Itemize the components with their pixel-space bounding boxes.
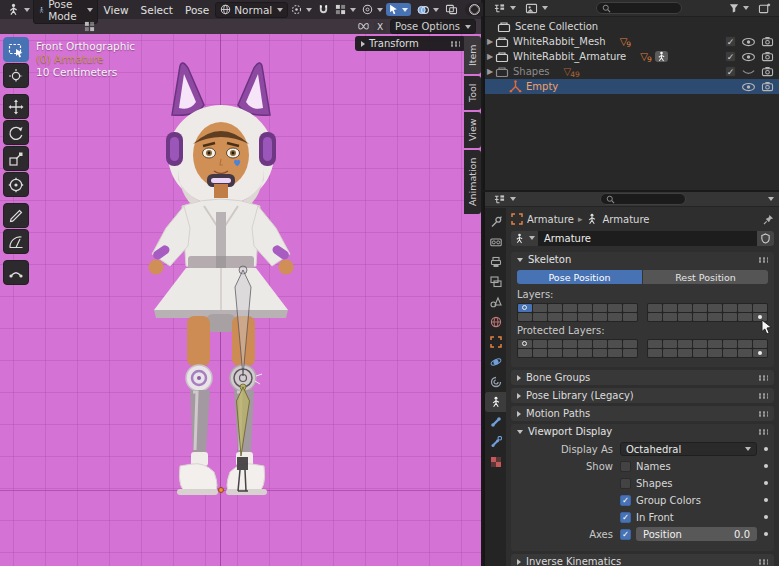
animate-dot[interactable] [764,447,768,451]
editor-type-button[interactable] [4,2,33,17]
tab-view-layer-props[interactable] [485,272,506,292]
rest-position-button[interactable]: Rest Position [643,270,768,284]
tool-cursor[interactable] [3,63,29,88]
properties-options-chevron[interactable] [768,197,774,201]
tab-item[interactable]: Item [464,36,481,74]
new-collection-button[interactable] [755,2,774,15]
menu-pose[interactable]: Pose [179,4,215,16]
menu-view[interactable]: View [98,4,135,16]
axes-position-slider[interactable]: Position 0.0 [636,527,757,541]
motion-paths-section[interactable]: Motion Paths [511,406,774,421]
eye-icon[interactable] [741,52,756,62]
tab-scene-props[interactable] [485,292,506,312]
group-colors-checkbox[interactable]: ✓ [620,495,631,506]
mirror-x-toggle[interactable]: X [374,22,386,32]
outliner-filter-dropdown[interactable] [726,2,752,14]
axes-checkbox[interactable]: ✓ [620,529,631,540]
tab-tool-props[interactable] [485,212,506,232]
tool-move[interactable] [3,94,29,119]
xray-toggle[interactable] [442,3,461,16]
skeleton-panel-header[interactable]: Skeleton [511,252,774,267]
outliner-row-shapes[interactable]: ▶ Shapes ▽49 ✓ [485,64,779,79]
animate-dot[interactable] [764,498,768,502]
animate-dot[interactable] [764,515,768,519]
tab-bone-props[interactable] [485,412,506,432]
transform-panel-header[interactable]: Transform [355,36,466,51]
proportional-edit-dropdown[interactable] [359,3,386,16]
shading-wireframe-icon[interactable] [469,4,480,15]
tab-output-props[interactable] [485,252,506,272]
collection-checkbox[interactable]: ✓ [725,36,736,47]
expand-icon[interactable]: ▶ [485,37,495,46]
snap-toggle[interactable] [315,3,332,16]
pivot-point-dropdown[interactable] [288,3,315,16]
animate-dot[interactable] [764,532,768,536]
names-checkbox[interactable] [620,461,631,472]
mirror-icon[interactable] [357,21,370,32]
show-gizmo-toggle[interactable] [386,3,411,16]
viewport-canvas[interactable]: Front Orthographic (0) Armature 10 Centi… [0,34,481,566]
menu-select[interactable]: Select [135,4,179,16]
animate-dot[interactable] [764,464,768,468]
eye-closed-icon[interactable] [741,67,756,77]
display-as-dropdown[interactable]: Octahedral [620,442,757,456]
tool-fallback-icon[interactable] [81,20,98,33]
tool-annotate[interactable] [3,203,29,228]
outliner-row-whiterabbit-mesh[interactable]: ▶ WhiteRabbit_Mesh ▽9 ✓ [485,34,779,49]
tab-object-data-props[interactable] [485,392,506,412]
camera-icon[interactable] [761,81,774,92]
fake-user-button[interactable] [757,231,774,246]
tab-tool[interactable]: Tool [464,76,481,110]
show-overlays-toggle[interactable] [414,3,442,17]
bone-groups-section[interactable]: Bone Groups [511,370,774,385]
inverse-kinematics-section[interactable]: Inverse Kinematics [511,554,774,566]
tab-world-props[interactable] [485,312,506,332]
animate-dot[interactable] [764,481,768,485]
outliner-row-scene-collection[interactable]: Scene Collection [485,19,779,34]
outliner-row-whiterabbit-armature[interactable]: ▶ WhiteRabbit_Armature ▽9 ✓ [485,49,779,64]
camera-icon[interactable] [761,51,774,62]
camera-icon[interactable] [761,66,774,77]
collection-checkbox[interactable]: ✓ [725,51,736,62]
tab-constraints-props[interactable] [485,372,506,392]
expand-icon[interactable]: ▶ [485,52,495,61]
protected-grid-right[interactable] [647,339,768,358]
collection-checkbox[interactable]: ✓ [725,66,736,77]
outliner-search-input[interactable] [596,2,682,14]
tab-render-props[interactable] [485,232,506,252]
eye-icon[interactable] [741,82,756,92]
transform-orientation-dropdown[interactable]: Normal [215,2,288,18]
tab-physics-props[interactable] [485,352,506,372]
viewport-display-header[interactable]: Viewport Display [511,424,774,439]
tool-transform[interactable] [3,172,29,197]
tool-scale[interactable] [3,146,29,171]
snap-settings-dropdown[interactable] [332,3,359,16]
tab-view[interactable]: View [464,112,481,148]
character-model[interactable] [130,60,315,500]
pose-options-dropdown[interactable]: Pose Options [390,19,476,34]
layers-grid-right[interactable] [647,303,768,322]
expand-icon[interactable]: ▶ [485,67,495,76]
tab-object-props[interactable] [485,332,506,352]
tab-animation[interactable]: Animation [464,150,481,214]
name-input[interactable]: Armature [538,231,757,246]
pose-position-button[interactable]: Pose Position [517,270,642,284]
in-front-checkbox[interactable]: ✓ [620,512,631,523]
breadcrumb-object[interactable]: Armature [527,214,574,225]
tool-select-box[interactable] [3,37,29,62]
layers-grid-left[interactable] [517,303,638,322]
breadcrumb-data[interactable]: Armature [602,214,649,225]
pose-library-section[interactable]: Pose Library (Legacy) [511,388,774,403]
tab-texture-props[interactable] [485,452,506,472]
properties-search-input[interactable] [600,193,686,205]
id-type-dropdown[interactable] [511,231,538,246]
pin-icon[interactable] [763,214,774,225]
properties-editor-type-button[interactable] [490,193,519,206]
tool-measure[interactable] [3,229,29,254]
eye-icon[interactable] [741,37,756,47]
shapes-checkbox[interactable] [620,478,631,489]
tool-pose-breakdowner[interactable] [3,260,29,285]
outliner-filter-mode-dropdown[interactable] [490,2,519,15]
outliner-row-empty[interactable]: Empty [485,79,779,94]
camera-icon[interactable] [761,36,774,47]
